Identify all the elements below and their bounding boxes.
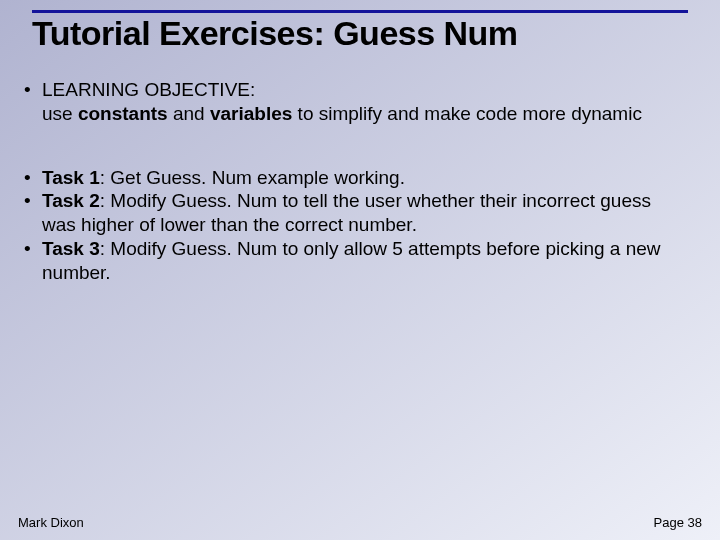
task-3-desc: : Modify Guess. Num to only allow 5 atte…	[42, 238, 661, 283]
bullet-dot-icon: •	[20, 78, 42, 126]
objective-b1: constants	[78, 103, 168, 124]
objective-post: to simplify and make code more dynamic	[292, 103, 642, 124]
task-1: • Task 1: Get Guess. Num example working…	[20, 166, 688, 190]
task-2-text: Task 2: Modify Guess. Num to tell the us…	[42, 189, 688, 237]
task-1-text: Task 1: Get Guess. Num example working.	[42, 166, 688, 190]
footer-page: Page 38	[654, 515, 702, 530]
task-2-label: Task 2	[42, 190, 100, 211]
footer-author: Mark Dixon	[18, 515, 84, 530]
spacer	[20, 126, 688, 166]
task-1-desc: : Get Guess. Num example working.	[100, 167, 405, 188]
task-2-desc: : Modify Guess. Num to tell the user whe…	[42, 190, 651, 235]
task-2: • Task 2: Modify Guess. Num to tell the …	[20, 189, 688, 237]
task-3-label: Task 3	[42, 238, 100, 259]
objective-text: LEARNING OBJECTIVE: use constants and va…	[42, 78, 688, 126]
bullet-dot-icon: •	[20, 237, 42, 285]
title-rule	[32, 10, 688, 13]
page-title: Tutorial Exercises: Guess Num	[32, 14, 688, 53]
content-area: • LEARNING OBJECTIVE: use constants and …	[20, 78, 688, 284]
objective-label: LEARNING OBJECTIVE:	[42, 79, 255, 100]
footer: Mark Dixon Page 38	[18, 515, 702, 530]
objective-pre: use	[42, 103, 78, 124]
task-1-label: Task 1	[42, 167, 100, 188]
objective-bullet: • LEARNING OBJECTIVE: use constants and …	[20, 78, 688, 126]
task-3: • Task 3: Modify Guess. Num to only allo…	[20, 237, 688, 285]
bullet-dot-icon: •	[20, 166, 42, 190]
objective-mid: and	[168, 103, 210, 124]
objective-b2: variables	[210, 103, 292, 124]
bullet-dot-icon: •	[20, 189, 42, 237]
task-3-text: Task 3: Modify Guess. Num to only allow …	[42, 237, 688, 285]
